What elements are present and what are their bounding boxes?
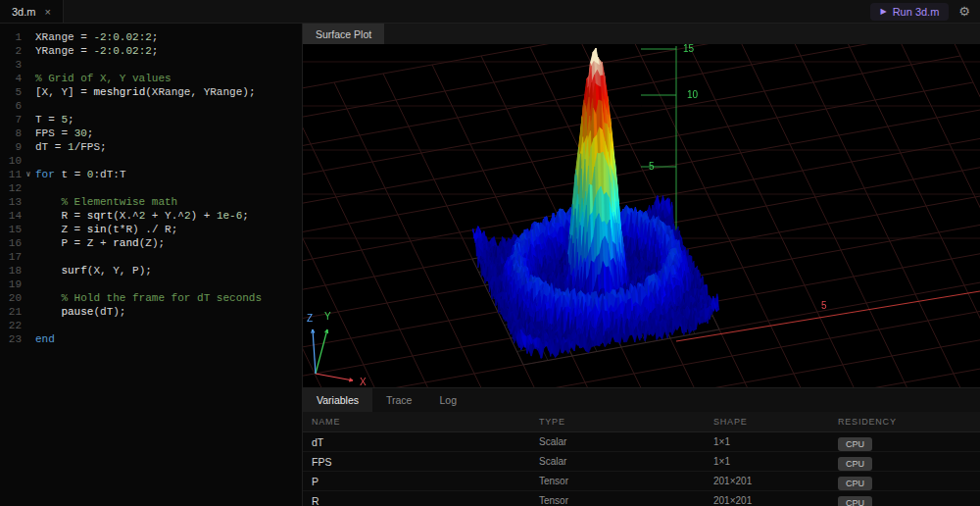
file-tab[interactable]: 3d.m × [0, 0, 64, 23]
gear-icon[interactable]: ⚙ [958, 4, 970, 19]
code-line[interactable]: 6 [0, 99, 302, 113]
code-line[interactable]: 11∨for t = 0:dT:T [0, 168, 302, 181]
code-line[interactable]: 7T = 5; [0, 113, 302, 126]
plot-tab-strip: Surface Plot [303, 24, 980, 44]
inspector-panel: Variables Trace Log NAME TYPE SHAPE RESI… [303, 387, 980, 506]
tab-log[interactable]: Log [425, 388, 470, 412]
code-line[interactable]: 18 surf(X, Y, P); [0, 264, 302, 278]
line-number: 9 [0, 140, 22, 154]
axis-label-z: Z [307, 313, 313, 325]
code-text: [X, Y] = meshgrid(XRange, YRange); [35, 85, 255, 99]
code-line[interactable]: 23end [0, 332, 302, 346]
code-line[interactable]: 14 R = sqrt(X.^2 + Y.^2) + 1e-6; [0, 209, 302, 223]
line-number: 10 [0, 154, 22, 168]
fold-gutter [22, 278, 35, 291]
code-text: end [35, 332, 55, 346]
variable-shape: 201×201 [713, 476, 838, 486]
code-line[interactable]: 8FPS = 30; [0, 126, 302, 140]
fold-gutter [22, 58, 35, 72]
variable-name: dT [312, 436, 539, 448]
line-number: 13 [0, 195, 22, 209]
variable-shape: 1×1 [713, 436, 838, 447]
code-line[interactable]: 4% Grid of X, Y values [0, 72, 302, 85]
fold-gutter [22, 30, 35, 44]
column-header-name: NAME [312, 417, 539, 427]
plot-area: 15 10 5 5 Z Y X [303, 44, 980, 387]
fold-gutter [22, 154, 35, 168]
tab-trace[interactable]: Trace [372, 388, 425, 412]
fold-gutter [22, 291, 35, 305]
file-tab-label: 3d.m [12, 6, 35, 18]
code-editor[interactable]: 1XRange = -2:0.02:2;2YRange = -2:0.02:2;… [0, 24, 303, 506]
app-window: 3d.m × ▶ Run 3d.m ⚙ 1XRange = -2:0.02:2;… [0, 0, 980, 506]
variable-row[interactable]: RTensor201×201CPU [303, 491, 980, 506]
variable-row[interactable]: FPSScalar1×1CPU [303, 452, 980, 472]
code-line[interactable]: 9dT = 1/FPS; [0, 140, 302, 154]
tab-surface-plot[interactable]: Surface Plot [303, 24, 384, 44]
fold-gutter [22, 209, 35, 223]
variable-name: R [312, 495, 539, 506]
code-text: FPS = 30; [35, 126, 93, 140]
fold-gutter [22, 195, 35, 209]
fold-gutter [22, 305, 35, 319]
line-number: 21 [0, 305, 22, 319]
axis-label-y: Y [324, 311, 331, 323]
code-line[interactable]: 21 pause(dT); [0, 305, 302, 319]
code-text: XRange = -2:0.02:2; [35, 30, 158, 44]
inspector-tabs: Variables Trace Log [303, 388, 980, 412]
code-text: % Hold the frame for dT seconds [35, 291, 262, 305]
fold-gutter [22, 236, 35, 250]
line-number: 1 [0, 30, 22, 44]
code-line[interactable]: 20 % Hold the frame for dT seconds [0, 291, 302, 305]
variable-type: Scalar [539, 456, 713, 467]
z-axis-tick-label: 15 [683, 43, 694, 55]
variable-row[interactable]: PTensor201×201CPU [303, 472, 980, 491]
residency-badge: CPU [838, 496, 872, 506]
play-icon: ▶ [880, 7, 886, 16]
variable-row[interactable]: dTScalar1×1CPU [303, 432, 980, 452]
code-line[interactable]: 19 [0, 278, 302, 291]
code-line[interactable]: 17 [0, 250, 302, 264]
line-number: 20 [0, 291, 22, 305]
fold-gutter [22, 44, 35, 58]
variables-table-body: dTScalar1×1CPUFPSScalar1×1CPUPTensor201×… [303, 432, 980, 506]
residency-cell: CPU [838, 492, 980, 506]
surface-plot-canvas[interactable] [303, 44, 980, 387]
code-line[interactable]: 13 % Elementwise math [0, 195, 302, 209]
fold-gutter [22, 113, 35, 126]
close-icon[interactable]: × [44, 6, 50, 18]
line-number: 19 [0, 278, 22, 291]
variable-shape: 201×201 [713, 495, 838, 506]
residency-cell: CPU [838, 433, 980, 451]
code-line[interactable]: 5[X, Y] = meshgrid(XRange, YRange); [0, 85, 302, 99]
tab-variables[interactable]: Variables [303, 388, 372, 412]
code-text: pause(dT); [35, 305, 125, 319]
run-button[interactable]: ▶ Run 3d.m [870, 3, 949, 21]
fold-gutter [22, 332, 35, 346]
line-number: 16 [0, 236, 22, 250]
variable-type: Tensor [539, 495, 713, 506]
code-text: dT = 1/FPS; [35, 140, 107, 154]
line-number: 17 [0, 250, 22, 264]
variable-name: P [312, 476, 539, 487]
residency-badge: CPU [838, 477, 872, 490]
code-line[interactable]: 16 P = Z + rand(Z); [0, 236, 302, 250]
code-line[interactable]: 3 [0, 58, 302, 72]
code-line[interactable]: 10 [0, 154, 302, 168]
fold-chevron-icon[interactable]: ∨ [22, 168, 35, 181]
code-text: T = 5; [35, 113, 74, 126]
code-line[interactable]: 2YRange = -2:0.02:2; [0, 44, 302, 58]
code-line[interactable]: 15 Z = sin(t*R) ./ R; [0, 223, 302, 236]
code-line[interactable]: 12 [0, 181, 302, 195]
code-text: Z = sin(t*R) ./ R; [35, 223, 177, 236]
fold-gutter [22, 181, 35, 195]
code-text: for t = 0:dT:T [35, 168, 125, 181]
editor-lines: 1XRange = -2:0.02:2;2YRange = -2:0.02:2;… [0, 30, 302, 346]
line-number: 7 [0, 113, 22, 126]
fold-gutter [22, 85, 35, 99]
variable-type: Scalar [539, 436, 713, 447]
code-line[interactable]: 1XRange = -2:0.02:2; [0, 30, 302, 44]
line-number: 14 [0, 209, 22, 223]
code-line[interactable]: 22 [0, 319, 302, 332]
code-text: surf(X, Y, P); [35, 264, 152, 278]
